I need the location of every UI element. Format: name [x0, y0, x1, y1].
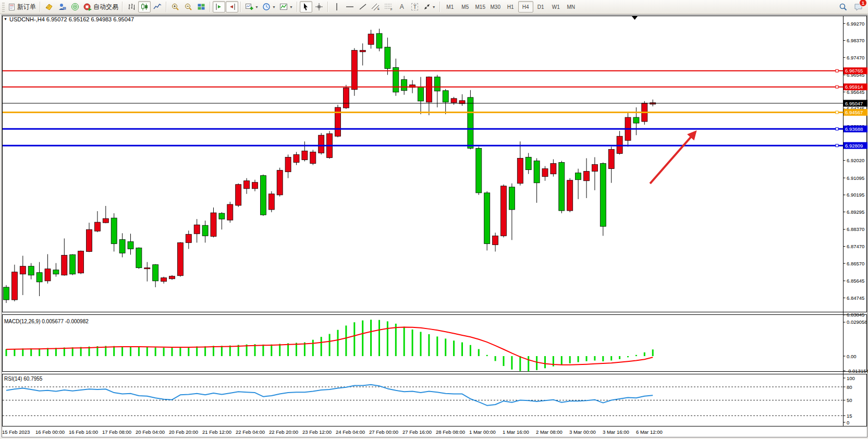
- crosshair-button[interactable]: [313, 1, 325, 13]
- toolbar-separator: [166, 2, 167, 12]
- time-axis-label: 1 Mar 00:00: [469, 429, 496, 435]
- toolbar-separator: [327, 2, 328, 12]
- chat-button[interactable]: 1: [852, 1, 865, 13]
- autotrading-label: 自动交易: [93, 3, 118, 11]
- timeframe-button-d1[interactable]: D1: [533, 1, 548, 13]
- price-axis-tick: 6.88370: [847, 226, 864, 232]
- svg-text:6.92809: 6.92809: [845, 143, 863, 149]
- vertical-line-icon: [333, 3, 341, 11]
- line-handle[interactable]: [836, 69, 838, 72]
- time-axis-label: 3 Mar 16:00: [603, 429, 629, 435]
- bar-chart-icon: [127, 3, 136, 11]
- channel-button[interactable]: E: [370, 1, 382, 13]
- fibonacci-button[interactable]: F: [383, 1, 395, 13]
- line-chart-button[interactable]: [151, 1, 164, 13]
- zoom-in-icon: [171, 3, 179, 11]
- new-order-icon: [8, 3, 16, 11]
- new-order-button[interactable]: 新订单: [6, 1, 38, 13]
- time-axis-label: 1 Mar 16:00: [503, 429, 529, 435]
- label-button[interactable]: T: [409, 1, 421, 13]
- macd-axis-tick: 0.029058: [847, 319, 867, 325]
- toolbar-separator: [240, 2, 241, 12]
- line-chart-icon: [153, 3, 162, 11]
- svg-text:6.95047: 6.95047: [845, 101, 863, 106]
- line-handle[interactable]: [836, 144, 838, 147]
- cursor-icon: [302, 3, 310, 11]
- time-axis-label: 16 Feb 00:00: [35, 429, 65, 435]
- time-axis-label: 23 Feb 12:00: [302, 429, 332, 435]
- time-axis-label: 21 Feb 12:00: [202, 429, 231, 435]
- line-handle[interactable]: [836, 86, 838, 88]
- macd-axis-tick: 0.00: [847, 353, 857, 359]
- chart-shift-button[interactable]: [226, 1, 238, 13]
- templates-button[interactable]: ▼: [278, 1, 295, 13]
- line-handle[interactable]: [836, 128, 838, 130]
- time-axis-label: 6 Mar 12:00: [636, 429, 663, 435]
- time-axis-label: 24 Feb 04:00: [336, 429, 365, 435]
- search-icon: [839, 3, 848, 11]
- trendline-button[interactable]: [357, 1, 369, 13]
- timeframe-button-m30[interactable]: M30: [488, 1, 503, 13]
- price-axis-tick: 6.85645: [847, 278, 864, 284]
- main-price-panel[interactable]: [3, 16, 867, 312]
- new-chart-button[interactable]: ▼: [243, 1, 260, 13]
- rsi-axis-tick: 50: [847, 397, 852, 403]
- bar-chart-button[interactable]: [125, 1, 138, 13]
- arrows-button[interactable]: ▼: [422, 1, 437, 13]
- mt4-window: 新订单 自动交易: [0, 0, 868, 439]
- auto-scroll-button[interactable]: [213, 1, 225, 13]
- toolbar: 新订单 自动交易: [0, 0, 868, 14]
- svg-text:6.93688: 6.93688: [845, 126, 863, 132]
- svg-text:6.96765: 6.96765: [845, 68, 863, 74]
- timeframe-button-m5[interactable]: M5: [458, 1, 473, 13]
- timeframe-button-h1[interactable]: H1: [503, 1, 518, 13]
- timeframe-button-w1[interactable]: W1: [548, 1, 564, 13]
- signal-icon: [71, 3, 79, 11]
- rsi-axis-tick: 80: [847, 384, 852, 390]
- line-handle[interactable]: [836, 111, 838, 114]
- toolbar-separator: [439, 2, 441, 12]
- signals-button[interactable]: [69, 1, 81, 13]
- autotrading-button[interactable]: 自动交易: [82, 1, 120, 13]
- gold-wedge-icon: [45, 3, 53, 11]
- price-axis-tick: 6.99270: [847, 21, 864, 27]
- price-axis-tick: 6.97470: [847, 55, 864, 60]
- time-axis-label: 27 Feb 00:00: [369, 429, 398, 435]
- cursor-button[interactable]: [300, 1, 312, 13]
- chevron-down-icon: ▼: [432, 5, 436, 9]
- search-button[interactable]: [837, 1, 849, 13]
- timeframe-button-m1[interactable]: M1: [443, 1, 458, 13]
- price-axis-tick: 6.92020: [847, 157, 864, 163]
- time-axis-label: 22 Feb 20:00: [269, 429, 298, 435]
- chart-collapse-icon[interactable]: ▼: [4, 17, 7, 21]
- time-axis-label: 22 Feb 04:00: [236, 429, 265, 435]
- timeframe-button-h4[interactable]: H4: [518, 1, 533, 13]
- time-axis-label: 15 Feb 2023: [2, 429, 30, 435]
- zoom-in-button[interactable]: [169, 1, 181, 13]
- timeframe-group: M1M5M15M30H1H4D1W1MN: [443, 1, 579, 13]
- time-axis-label: 17 Feb 08:00: [102, 429, 131, 435]
- timeframe-button-m15[interactable]: M15: [473, 1, 488, 13]
- horizontal-line-button[interactable]: [344, 1, 356, 13]
- price-axis-tick: 6.87470: [847, 243, 864, 249]
- zoom-out-button[interactable]: [182, 1, 194, 13]
- vertical-line-button[interactable]: [331, 1, 343, 13]
- toolbar-separator: [210, 2, 211, 12]
- svg-text:E: E: [377, 7, 380, 10]
- toolbar-separator: [297, 2, 298, 12]
- price-axis-tick: 6.91095: [847, 175, 864, 181]
- text-button[interactable]: A: [396, 1, 408, 13]
- tile-windows-button[interactable]: [195, 1, 207, 13]
- period-button[interactable]: ▼: [261, 1, 277, 13]
- community-button[interactable]: [56, 1, 68, 13]
- toolbar-separator: [40, 2, 41, 12]
- deposit-button[interactable]: [43, 1, 55, 13]
- svg-text:6.95914: 6.95914: [845, 84, 863, 90]
- rsi-indicator-label: RSI(14) 60.7955: [4, 376, 42, 382]
- chart-canvas[interactable]: 6.992706.983706.974706.965456.956456.947…: [0, 0, 868, 439]
- candlestick-chart-button[interactable]: [138, 1, 151, 13]
- timeframe-button-mn[interactable]: MN: [564, 1, 579, 13]
- toolbar-grip[interactable]: [2, 2, 5, 12]
- macd-panel[interactable]: [3, 315, 867, 372]
- label-icon: T: [411, 3, 418, 10]
